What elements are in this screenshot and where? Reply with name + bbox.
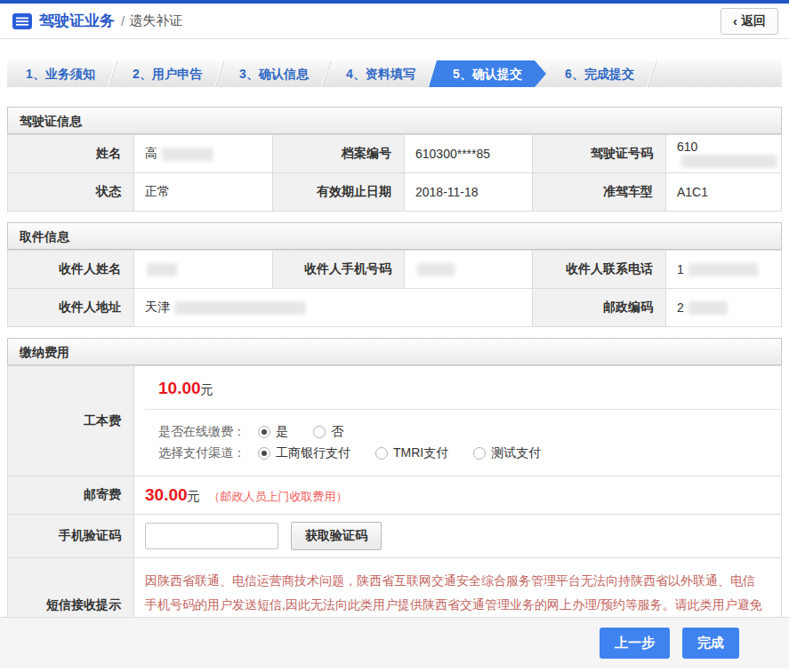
radio-option-icbc-label: 工商银行支付 [276,445,350,461]
redacted-value [417,263,455,276]
recipient-name-value [134,251,273,289]
card-fee-amount: 10.00元 [145,366,781,410]
fees-section-title: 缴纳费用 [7,338,782,365]
previous-step-button[interactable]: 上一步 [600,628,670,659]
table-row: 收件人地址 天津 邮政编码 2 [8,289,782,327]
expiry-label: 有效期止日期 [273,173,405,212]
radio-unchecked-icon[interactable] [313,426,326,438]
postage-fee-note: （邮政人员上门收取费用） [208,490,347,503]
radio-checked-icon[interactable] [258,447,270,460]
finish-button[interactable]: 完成 [682,628,739,659]
postage-fee-value-cell: 30.00元 （邮政人员上门收取费用） [134,476,782,515]
recipient-phone-value: 1 [666,251,782,289]
license-info-table: 姓名 高 档案编号 610300****85 驾驶证号码 610 状态 正常 有… [7,134,782,212]
radio-option-no[interactable]: 否 [313,424,343,440]
name-value: 高 [134,135,273,173]
radio-option-test[interactable]: 测试支付 [473,445,541,461]
breadcrumb-current: 遗失补证 [129,12,182,29]
recipient-name-label: 收件人姓名 [8,251,134,289]
pickup-section-title: 取件信息 [7,222,782,250]
online-payment-question-row: 是否在线缴费： 是 否 [158,424,781,440]
sms-code-row: 手机验证码 获取验证码 [8,515,782,558]
step-tabs: 1、业务须知 2、用户申告 3、确认信息 4、资料填写 5、确认提交 6、完成提… [7,60,782,87]
sms-code-cell: 获取验证码 [134,515,782,558]
redacted-value [162,148,213,161]
redacted-value [147,263,177,276]
redacted-value [688,263,758,276]
fees-table: 工本费 10.00元 是否在线缴费： 是 否 [7,365,782,653]
redacted-value [681,155,777,168]
license-info-section: 驾驶证信息 姓名 高 档案编号 610300****85 驾驶证号码 610 状… [7,107,782,212]
status-value: 正常 [134,173,273,212]
recipient-mobile-label: 收件人手机号码 [273,251,405,289]
back-button-label: 返回 [741,13,766,29]
fees-section: 缴纳费用 工本费 10.00元 是否在线缴费： 是 [7,338,782,653]
payment-channel-question: 选择支付渠道： [158,445,246,461]
table-row: 状态 正常 有效期止日期 2018-11-18 准驾车型 A1C1 [8,173,782,212]
table-row: 收件人姓名 收件人手机号码 收件人联系电话 1 [8,251,782,289]
postal-code-label: 邮政编码 [533,289,666,327]
radio-option-test-label: 测试支付 [491,445,541,461]
radio-checked-icon[interactable] [258,426,270,438]
footer-bar: 上一步 完成 [0,617,789,668]
page-title: 驾驶证业务 [39,11,115,31]
radio-option-icbc[interactable]: 工商银行支付 [258,445,350,461]
step-tab-5-active[interactable]: 5、确认提交 [429,60,546,87]
file-no-label: 档案编号 [273,135,405,173]
list-icon [12,13,32,29]
name-label: 姓名 [8,135,134,173]
postage-fee-unit: 元 [188,489,200,503]
card-fee-unit: 元 [201,382,213,396]
step-tab-6[interactable]: 6、完成提交 [546,60,653,87]
postage-fee-amount-number: 30.00 [145,485,188,504]
table-row: 姓名 高 档案编号 610300****85 驾驶证号码 610 [8,135,782,173]
pickup-info-table: 收件人姓名 收件人手机号码 收件人联系电话 1 收件人地址 天津 邮政编码 2 [7,250,782,327]
redacted-value [174,301,306,315]
get-code-button[interactable]: 获取验证码 [291,522,382,550]
file-no-value: 610300****85 [405,135,533,173]
payment-options: 是否在线缴费： 是 否 选择支付渠道： [145,410,781,476]
radio-option-no-label: 否 [331,424,343,440]
license-no-label: 驾驶证号码 [533,135,666,173]
postage-fee-row: 邮寄费 30.00元 （邮政人员上门收取费用） [8,476,782,515]
vehicle-class-value: A1C1 [666,173,782,212]
pickup-info-section: 取件信息 收件人姓名 收件人手机号码 收件人联系电话 1 收件人地址 天津 邮政… [7,222,782,327]
license-section-title: 驾驶证信息 [7,107,782,134]
step-tab-3[interactable]: 3、确认信息 [221,60,327,87]
radio-unchecked-icon[interactable] [375,447,388,460]
vehicle-class-label: 准驾车型 [533,173,666,212]
postage-fee-label: 邮寄费 [8,476,134,515]
step-tab-1[interactable]: 1、业务须知 [7,60,114,87]
recipient-address-label: 收件人地址 [8,289,134,327]
radio-unchecked-icon[interactable] [473,447,486,460]
chevron-left-icon: ‹ [733,14,737,28]
status-label: 状态 [8,173,134,212]
card-fee-row: 工本费 10.00元 是否在线缴费： 是 否 [8,366,782,476]
redacted-value [688,301,728,315]
recipient-phone-label: 收件人联系电话 [533,251,666,289]
back-button[interactable]: ‹ 返回 [721,8,778,35]
card-fee-value-cell: 10.00元 是否在线缴费： 是 否 [134,366,782,476]
expiry-value: 2018-11-18 [405,173,533,212]
step-tab-4[interactable]: 4、资料填写 [327,60,434,87]
card-fee-label: 工本费 [8,366,134,476]
recipient-mobile-value [405,251,533,289]
sms-code-label: 手机验证码 [8,515,134,558]
breadcrumb-separator: / [121,13,125,28]
recipient-address-value: 天津 [134,289,533,327]
page-header: 驾驶证业务 / 遗失补证 ‹ 返回 [0,4,789,39]
step-bar-filler [653,60,782,87]
payment-channel-question-row: 选择支付渠道： 工商银行支付 TMRI支付 测试支付 [158,445,781,461]
postal-code-value: 2 [666,289,782,327]
online-payment-question: 是否在线缴费： [158,424,246,440]
sms-code-input[interactable] [145,523,278,549]
license-no-value: 610 [666,135,782,173]
radio-option-yes-label: 是 [276,424,288,440]
radio-option-yes[interactable]: 是 [258,424,288,440]
radio-option-tmri[interactable]: TMRI支付 [375,445,448,461]
card-fee-amount-number: 10.00 [158,379,201,397]
step-tab-2[interactable]: 2、用户申告 [114,60,221,87]
radio-option-tmri-label: TMRI支付 [393,445,448,461]
